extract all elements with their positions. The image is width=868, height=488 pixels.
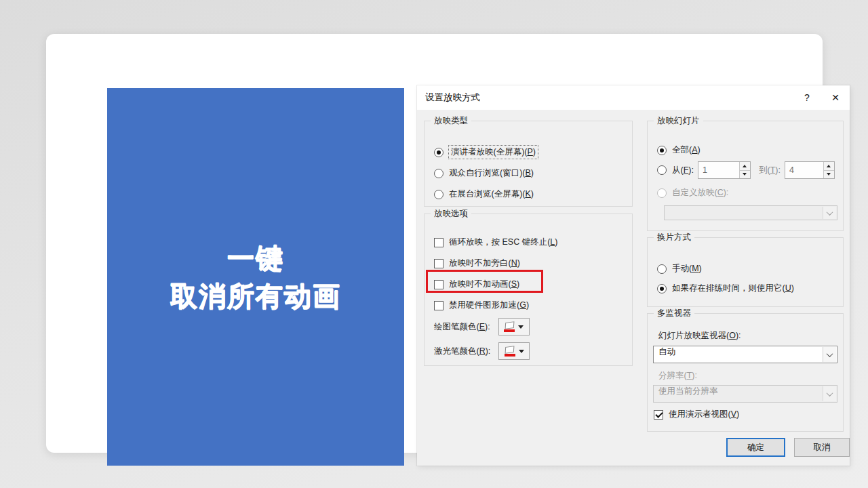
slide-title-line2: 取消所有动画 — [170, 277, 341, 315]
group-multiple-monitors: 多监视器 幻灯片放映监视器(O): 自动 分辨率(T): 使用当前分辨率 — [647, 313, 844, 432]
checkbox-row-no-narration[interactable]: 放映时不加旁白(N) — [425, 258, 632, 269]
checkbox-checked[interactable] — [654, 410, 663, 420]
radio-unselected[interactable] — [434, 190, 443, 199]
arrow-up-icon — [827, 165, 831, 167]
close-icon[interactable]: × — [821, 85, 850, 110]
arrow-down-icon — [827, 173, 831, 176]
to-label: 到(T): — [759, 165, 781, 176]
spin-up-button[interactable] — [824, 162, 834, 170]
radio-row-manual[interactable]: 手动(M) — [648, 263, 843, 274]
checkbox-row-no-animation[interactable]: 放映时不加动画(S) — [425, 279, 632, 290]
checkbox-unchecked[interactable] — [434, 259, 443, 268]
group-multiple-monitors-legend: 多监视器 — [654, 308, 694, 319]
checkbox-row-presenter-view[interactable]: 使用演示者视图(V) — [648, 409, 843, 420]
custom-show-combo-wrap — [664, 205, 837, 220]
laser-color-dropdown[interactable] — [498, 342, 530, 360]
setup-show-dialog: 设置放映方式 ? × 放映类型 演讲者放映(全屏幕)(P) 观众自行浏览(窗口)… — [417, 85, 850, 466]
checkbox-unchecked[interactable] — [434, 238, 443, 247]
checkbox-label: 放映时不加动画(S) — [449, 279, 519, 290]
help-icon[interactable]: ? — [793, 85, 821, 110]
dropdown-arrow-icon — [519, 350, 524, 353]
content-card: 一键 取消所有动画 设置放映方式 ? × 放映类型 演讲者放映(全屏幕)(P) … — [46, 34, 823, 453]
chevron-down-icon — [827, 390, 833, 396]
from-slide-spinner[interactable]: 1 — [698, 161, 751, 179]
checkbox-row-disable-hardware-acceleration[interactable]: 禁用硬件图形加速(G) — [425, 300, 632, 311]
laser-color-label: 激光笔颜色(R): — [434, 346, 490, 357]
radio-label: 手动(M) — [672, 263, 702, 274]
dropdown-arrow-icon — [518, 325, 524, 329]
radio-label: 在展台浏览(全屏幕)(K) — [449, 188, 534, 200]
resolution-label: 分辨率(T): — [658, 370, 697, 382]
radio-disabled — [657, 188, 667, 198]
arrow-up-icon — [743, 165, 747, 167]
checkbox-unchecked[interactable] — [434, 280, 443, 289]
paint-bucket-icon — [504, 322, 515, 332]
radio-selected[interactable] — [434, 148, 443, 157]
from-label: 从(F): — [672, 165, 694, 176]
checkbox-row-loop[interactable]: 循环放映，按 ESC 键终止(L) — [425, 237, 632, 248]
from-slide-value[interactable]: 1 — [698, 162, 739, 178]
cancel-button[interactable]: 取消 — [794, 438, 850, 457]
to-slide-spinner[interactable]: 4 — [785, 161, 835, 179]
radio-row-browsed-at-kiosk[interactable]: 在展台浏览(全屏幕)(K) — [425, 188, 632, 200]
pen-color-row: 绘图笔颜色(E): — [425, 318, 632, 336]
radio-row-custom-show[interactable]: 自定义放映(C): — [648, 187, 843, 199]
checkbox-label: 放映时不加旁白(N) — [449, 258, 520, 269]
radio-selected[interactable] — [657, 284, 667, 293]
group-show-type: 放映类型 演讲者放映(全屏幕)(P) 观众自行浏览(窗口)(B) 在展台浏览(全… — [424, 121, 633, 207]
radio-row-all-slides[interactable]: 全部(A) — [648, 144, 843, 156]
group-show-options-legend: 放映选项 — [431, 208, 471, 220]
arrow-down-icon — [743, 173, 747, 176]
checkbox-label: 禁用硬件图形加速(G) — [449, 300, 529, 311]
monitor-value: 自动 — [654, 344, 692, 357]
group-show-options: 放映选项 循环放映，按 ESC 键终止(L) 放映时不加旁白(N) 放映时不加动… — [424, 214, 633, 366]
combo-arrow-button — [823, 207, 836, 219]
laser-color-row: 激光笔颜色(R): — [425, 342, 632, 360]
spinner-buttons — [823, 162, 834, 178]
radio-row-browsed-by-individual[interactable]: 观众自行浏览(窗口)(B) — [425, 167, 632, 179]
dialog-titlebar: 设置放映方式 ? × — [417, 85, 850, 110]
group-advance-slides-legend: 换片方式 — [654, 232, 694, 243]
radio-label: 观众自行浏览(窗口)(B) — [449, 167, 534, 179]
checkbox-label: 循环放映，按 ESC 键终止(L) — [449, 237, 557, 248]
monitor-combobox[interactable]: 自动 — [653, 346, 837, 363]
custom-show-combobox — [664, 205, 837, 220]
chevron-down-icon — [827, 350, 833, 357]
monitor-combo-wrap: 自动 — [653, 346, 837, 363]
monitor-label: 幻灯片放映监视器(O): — [658, 330, 741, 342]
resolution-label-row: 分辨率(T): — [648, 370, 843, 382]
radio-unselected[interactable] — [434, 169, 443, 178]
monitor-label-row: 幻灯片放映监视器(O): — [648, 330, 843, 342]
combo-arrow-button[interactable] — [823, 347, 836, 362]
chevron-down-icon — [827, 209, 833, 216]
ok-button[interactable]: 确定 — [726, 438, 785, 457]
group-show-type-legend: 放映类型 — [431, 115, 471, 127]
slide-title-line1: 一键 — [227, 239, 284, 277]
radio-unselected[interactable] — [657, 264, 667, 274]
radio-label: 自定义放映(C): — [672, 187, 728, 199]
resolution-combo-wrap: 使用当前分辨率 — [653, 385, 837, 403]
pen-color-label: 绘图笔颜色(E): — [434, 321, 490, 333]
pen-color-dropdown[interactable] — [498, 318, 530, 336]
radio-row-presented-by-speaker[interactable]: 演讲者放映(全屏幕)(P) — [425, 146, 632, 159]
checkbox-unchecked[interactable] — [434, 301, 443, 310]
radio-label: 如果存在排练时间，则使用它(U) — [672, 283, 794, 294]
spin-up-button[interactable] — [740, 162, 750, 170]
spin-down-button[interactable] — [740, 170, 750, 179]
radio-row-use-timings[interactable]: 如果存在排练时间，则使用它(U) — [648, 283, 843, 294]
resolution-combobox: 使用当前分辨率 — [653, 385, 837, 403]
slide-preview: 一键 取消所有动画 — [107, 88, 404, 466]
resolution-value: 使用当前分辨率 — [654, 383, 734, 396]
slide-range-row: 从(F): 1 到(T): 4 — [648, 161, 843, 179]
group-advance-slides: 换片方式 手动(M) 如果存在排练时间，则使用它(U) — [647, 237, 844, 307]
custom-show-value — [665, 203, 686, 216]
checkbox-label: 使用演示者视图(V) — [669, 409, 739, 420]
radio-selected[interactable] — [657, 146, 667, 155]
spinner-buttons — [739, 162, 750, 178]
radio-label: 演讲者放映(全屏幕)(P) — [449, 146, 538, 159]
radio-from-slide[interactable] — [657, 165, 667, 175]
group-show-slides: 放映幻灯片 全部(A) 从(F): 1 到(T): — [647, 121, 844, 231]
to-slide-value[interactable]: 4 — [785, 162, 823, 178]
spin-down-button[interactable] — [824, 170, 834, 179]
dialog-title: 设置放映方式 — [417, 92, 480, 104]
